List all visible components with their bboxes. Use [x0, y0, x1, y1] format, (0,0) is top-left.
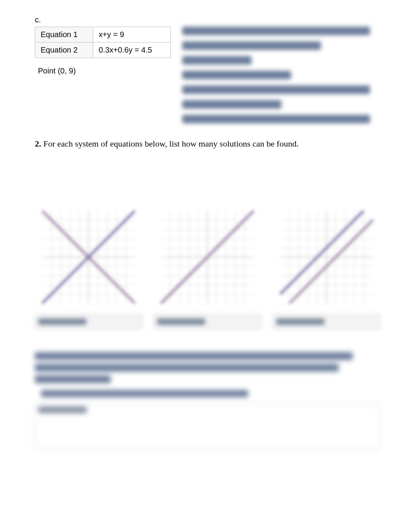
- blurred-text-line: [182, 71, 291, 79]
- blurred-text-line: [41, 390, 248, 397]
- equation-1-label: Equation 1: [35, 27, 93, 43]
- answer-box-2[interactable]: [154, 314, 261, 329]
- question-3-blurred: [35, 352, 380, 450]
- part-c-label: c.: [35, 15, 380, 24]
- blurred-text-line: [182, 41, 321, 50]
- answer-textarea[interactable]: [35, 403, 380, 450]
- equation-table: Equation 1 x+y = 9 Equation 2 0.3x+0.6y …: [35, 27, 171, 58]
- chart-3: [273, 211, 380, 304]
- equation-block: Equation 1 x+y = 9 Equation 2 0.3x+0.6y …: [35, 27, 171, 123]
- question-2-number: 2.: [35, 139, 41, 148]
- answer-box-1[interactable]: [35, 314, 142, 329]
- equation-2-value: 0.3x+0.6y = 4.5: [93, 43, 171, 58]
- chart-2-svg: [154, 211, 261, 304]
- table-row: Equation 2 0.3x+0.6y = 4.5: [35, 43, 171, 58]
- chart-1-svg: [35, 211, 142, 304]
- blurred-text-line: [182, 100, 281, 109]
- equation-2-label: Equation 2: [35, 43, 93, 58]
- table-row: Equation 1 x+y = 9: [35, 27, 171, 43]
- chart-2: [154, 211, 261, 304]
- blurred-text-line: [182, 56, 252, 65]
- answers-row: [35, 314, 380, 329]
- chart-3-line-a: [280, 211, 363, 294]
- equation-1-value: x+y = 9: [93, 27, 171, 43]
- point-label: Point (0, 9): [38, 66, 171, 75]
- blurred-text-line: [182, 27, 370, 35]
- blurred-text-line: [38, 407, 87, 413]
- blurred-text-line: [157, 319, 205, 325]
- blurred-text-line: [35, 352, 353, 360]
- blurred-text-line: [276, 319, 324, 325]
- answer-box-3[interactable]: [273, 314, 380, 329]
- chart-3-svg: [273, 211, 380, 304]
- chart-1: [35, 211, 142, 304]
- part-c-row: Equation 1 x+y = 9 Equation 2 0.3x+0.6y …: [35, 27, 380, 123]
- blurred-text-line: [38, 319, 86, 325]
- question-2-text: For each system of equations below, list…: [43, 139, 299, 148]
- blurred-text-line: [182, 115, 370, 123]
- question-2: 2. For each system of equations below, l…: [35, 139, 380, 149]
- chart-3-line-b: [289, 220, 373, 304]
- charts-row: [35, 211, 380, 304]
- blurred-text-line: [182, 85, 370, 94]
- blurred-text-line: [35, 364, 339, 372]
- blurred-text-line: [35, 375, 111, 383]
- blurred-answer-area: [182, 27, 380, 123]
